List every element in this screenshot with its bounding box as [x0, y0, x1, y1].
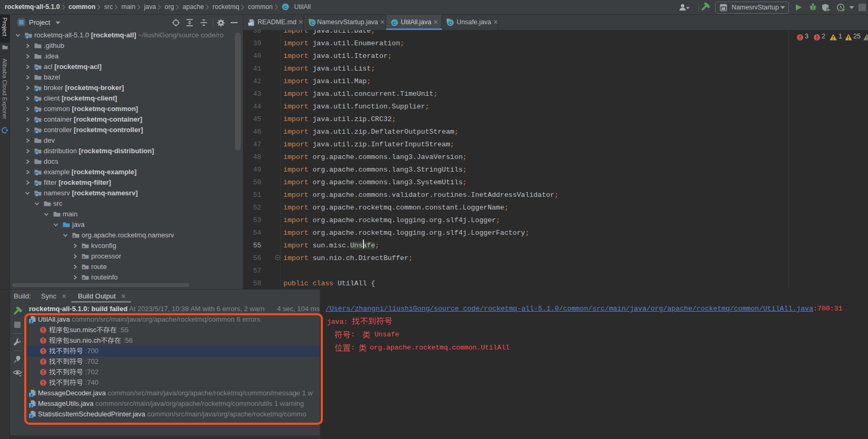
- svg-text:MD: MD: [248, 22, 253, 26]
- svg-text:C: C: [393, 20, 397, 26]
- svg-text:C: C: [449, 20, 452, 26]
- svg-text:C: C: [284, 4, 288, 9]
